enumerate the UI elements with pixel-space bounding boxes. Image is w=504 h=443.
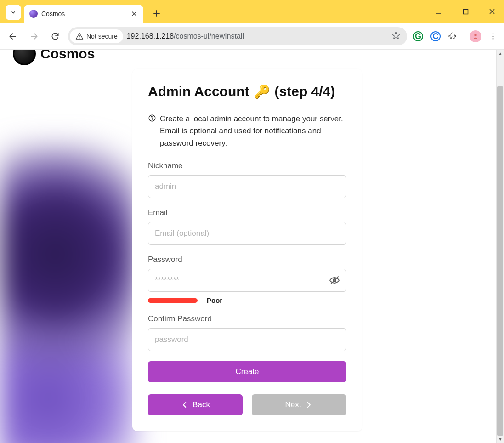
url-host: 192.168.1.218: [127, 32, 174, 40]
card-description: Create a local admin account to manage y…: [148, 113, 346, 149]
next-button[interactable]: Next: [252, 394, 346, 415]
scroll-up-button[interactable]: ▲: [497, 50, 504, 57]
security-label: Not secure: [86, 33, 118, 40]
reload-icon: [51, 32, 60, 41]
create-button[interactable]: Create: [148, 361, 346, 382]
back-button-label: Back: [193, 400, 210, 409]
app-logo-icon: [13, 50, 36, 65]
svg-point-2: [493, 33, 494, 34]
letter-g-icon: G: [413, 31, 423, 41]
nickname-group: Nickname: [148, 161, 346, 198]
window-controls: [430, 4, 501, 19]
minimize-icon: [436, 8, 442, 15]
password-label: Password: [148, 255, 346, 264]
avatar-icon: [470, 30, 481, 42]
svg-point-6: [152, 119, 153, 120]
browser-titlebar: Cosmos: [0, 0, 504, 23]
scroll-down-button[interactable]: ▼: [497, 435, 504, 443]
arrow-right-icon: [29, 32, 39, 41]
email-input[interactable]: [148, 222, 346, 245]
chevron-left-icon: [181, 401, 189, 409]
puzzle-icon: [448, 32, 458, 41]
confirm-password-input[interactable]: [148, 328, 346, 351]
description-text: Create a local admin account to manage y…: [160, 113, 346, 149]
tab-close-button[interactable]: [130, 10, 138, 17]
admin-account-card: Admin Account 🔑 (step 4/4) Create a loca…: [132, 69, 362, 431]
extensions-button[interactable]: [447, 30, 459, 43]
arrow-left-icon: [8, 32, 17, 41]
password-group: Password Poor: [148, 255, 346, 304]
bookmark-button[interactable]: [391, 31, 401, 42]
app-name: Cosmos: [40, 50, 95, 62]
maximize-icon: [463, 9, 469, 15]
letter-c-icon: C: [430, 31, 441, 41]
window-minimize-button[interactable]: [430, 4, 448, 19]
nav-forward-button[interactable]: [26, 28, 42, 45]
toolbar-separator: [464, 31, 464, 42]
background-gradient: [0, 142, 138, 443]
svg-point-3: [493, 35, 494, 37]
svg-point-1: [79, 38, 80, 39]
help-icon: [148, 114, 156, 149]
email-label: Email: [148, 208, 346, 217]
browser-toolbar: Not secure 192.168.1.218/cosmos-ui/newIn…: [0, 23, 504, 50]
extension-c[interactable]: C: [429, 30, 442, 43]
profile-button[interactable]: [469, 30, 482, 43]
password-input[interactable]: [148, 269, 346, 292]
back-button[interactable]: Back: [148, 394, 243, 415]
scroll-thumb[interactable]: [497, 86, 503, 436]
nav-reload-button[interactable]: [47, 28, 63, 45]
address-bar[interactable]: Not secure 192.168.1.218/cosmos-ui/newIn…: [68, 27, 407, 45]
svg-point-4: [493, 38, 494, 39]
card-heading: Admin Account 🔑 (step 4/4): [148, 84, 346, 99]
strength-label: Poor: [207, 296, 222, 304]
kebab-menu-icon: [489, 32, 497, 40]
browser-tab[interactable]: Cosmos: [24, 5, 143, 23]
close-icon: [131, 11, 137, 17]
eye-off-icon: [329, 275, 340, 286]
key-icon: 🔑: [254, 84, 270, 99]
confirm-password-label: Confirm Password: [148, 314, 346, 324]
app-brand: Cosmos: [13, 50, 95, 65]
chrome-menu-button[interactable]: [487, 30, 499, 43]
strength-bar: [148, 298, 198, 303]
extension-g[interactable]: G: [412, 30, 425, 43]
heading-pre: Admin Account: [148, 84, 249, 99]
chevron-down-icon: [10, 9, 17, 16]
window-maximize-button[interactable]: [456, 4, 475, 19]
page-viewport: Cosmos Admin Account 🔑 (step 4/4) Create…: [0, 50, 504, 443]
star-icon: [391, 31, 401, 40]
nickname-input[interactable]: [148, 175, 346, 198]
chevron-right-icon: [305, 401, 313, 409]
new-tab-button[interactable]: [149, 6, 164, 21]
heading-step: (step 4/4): [275, 84, 335, 99]
plus-icon: [153, 10, 160, 17]
tab-search-button[interactable]: [6, 5, 21, 20]
email-group: Email: [148, 208, 346, 245]
toggle-password-visibility-button[interactable]: [327, 273, 342, 288]
warning-triangle-icon: [75, 32, 84, 40]
nav-button-row: Back Next: [148, 394, 346, 415]
nickname-label: Nickname: [148, 161, 346, 170]
url-text: 192.168.1.218/cosmos-ui/newInstall: [127, 32, 244, 40]
vertical-scrollbar[interactable]: ▲ ▼: [496, 50, 504, 443]
create-button-label: Create: [235, 367, 259, 376]
tab-favicon: [29, 10, 38, 18]
close-icon: [489, 8, 495, 15]
window-close-button[interactable]: [483, 4, 501, 19]
url-path: /cosmos-ui/newInstall: [174, 32, 244, 40]
next-button-label: Next: [285, 400, 301, 409]
nav-back-button[interactable]: [5, 28, 21, 45]
confirm-password-group: Confirm Password: [148, 314, 346, 351]
password-strength: Poor: [148, 296, 346, 304]
security-chip[interactable]: Not secure: [70, 29, 123, 43]
tab-title: Cosmos: [41, 10, 127, 17]
svg-rect-0: [463, 9, 468, 14]
